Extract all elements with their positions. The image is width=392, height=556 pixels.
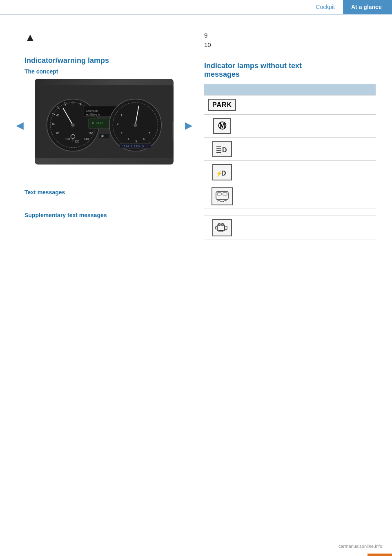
svg-text:5: 5 [135, 140, 137, 143]
svg-text:ABS  PARK: ABS PARK [86, 110, 98, 112]
svg-text:3: 3 [121, 132, 122, 135]
spark-d-desc-cell [240, 160, 376, 184]
table-row: PARK [204, 95, 376, 114]
table-row [204, 216, 376, 240]
concept-subheading: The concept [24, 68, 184, 75]
warning-icon: ▲ [24, 31, 184, 44]
svg-text:4: 4 [128, 138, 129, 140]
park-icon: PARK [208, 99, 236, 111]
supplementary-subheading: Supplementary text messages [24, 212, 184, 218]
cluster-image: 40 60 80 100 120 140 160 0 km/h ABS PARK… [35, 79, 174, 165]
table-row: Ⓜ [204, 114, 376, 137]
svg-text:1: 1 [121, 114, 122, 117]
text-messages-section: Text messages [24, 189, 184, 196]
car-seat-desc-cell [240, 184, 376, 209]
svg-text:100: 100 [65, 138, 70, 140]
svg-point-11 [71, 123, 75, 127]
svg-point-27 [134, 123, 137, 127]
svg-text:MA30350-13-3.5: MA30350-13-3.5 [172, 122, 174, 140]
divider-row [204, 209, 376, 216]
circled-p-desc-cell [240, 114, 376, 137]
cluster-left-arrow[interactable]: ◀ [16, 120, 23, 131]
svg-text:120: 120 [75, 140, 80, 143]
engine-icon [212, 219, 232, 236]
right-column: 9 10 Indicator lamps without text messag… [196, 31, 392, 240]
circled-p-icon-cell: Ⓜ [204, 114, 240, 137]
cluster-right-arrow[interactable]: ▶ [185, 120, 192, 131]
table-header-row [204, 84, 376, 95]
left-column: ▲ Indicator/warning lamps The concept ◀ [0, 31, 196, 240]
car-seat-icon-cell [204, 184, 240, 209]
spark-d-icon-cell: ⚡ D [204, 160, 240, 184]
text-messages-subheading: Text messages [24, 189, 184, 196]
page-header: Cockpit At a glance [0, 0, 392, 15]
spark-d-icon: ⚡ D [212, 164, 232, 180]
engine-icon-cell [204, 216, 240, 240]
numbers-section: 9 10 [204, 31, 376, 49]
park-icon-cell: PARK [204, 95, 240, 114]
table-row: ⚡ D [204, 160, 376, 184]
header-at-a-glance-tab[interactable]: At a glance [343, 0, 392, 14]
park-desc-cell [240, 95, 376, 114]
header-cockpit-tab[interactable]: Cockpit [307, 0, 343, 14]
svg-rect-54 [222, 224, 223, 225]
car-seat-icon [212, 187, 233, 205]
footer-website: carmanualsonline.info [339, 544, 382, 549]
main-content: ▲ Indicator/warning lamps The concept ◀ [0, 15, 392, 240]
cluster-wrapper: ◀ [24, 79, 184, 173]
svg-text:80: 80 [56, 132, 60, 135]
indicator-lamps-heading: Indicator lamps without text messages [204, 62, 376, 79]
table-row [204, 184, 376, 209]
table-row: D [204, 137, 376, 160]
supplementary-section: Supplementary text messages [24, 212, 184, 218]
svg-text:40: 40 [56, 114, 60, 117]
svg-text:2: 2 [117, 123, 118, 126]
svg-rect-52 [217, 225, 225, 231]
engine-desc-cell [240, 216, 376, 240]
svg-text:160: 160 [89, 132, 94, 135]
svg-text:1234 5  1234.5: 1234 5 1234.5 [122, 145, 144, 148]
lines-d-desc-cell [240, 137, 376, 160]
lines-d-icon-cell: D [204, 137, 240, 160]
at-a-glance-label: At a glance [351, 4, 382, 10]
number-10: 10 [204, 40, 376, 50]
svg-rect-56 [216, 227, 217, 229]
number-9: 9 [204, 31, 376, 40]
svg-text:D: D [221, 170, 226, 177]
table-header-cell [204, 84, 376, 95]
svg-rect-39 [99, 134, 109, 139]
circled-p-icon: Ⓜ [213, 118, 231, 134]
svg-text:140: 140 [84, 138, 89, 140]
cockpit-label: Cockpit [316, 4, 335, 10]
svg-text:6: 6 [143, 138, 145, 140]
svg-rect-53 [218, 224, 220, 225]
svg-rect-57 [219, 231, 223, 232]
lines-d-icon: D [212, 141, 232, 157]
indicator-warning-lamps-heading: Indicator/warning lamps [24, 56, 184, 65]
svg-text:60: 60 [52, 123, 56, 126]
svg-text:7: 7 [149, 132, 150, 135]
svg-rect-55 [225, 226, 227, 229]
bottom-accent-bar [368, 554, 392, 556]
svg-text:P: P [101, 134, 104, 138]
svg-text:HD   ⬛D  ψ  ⚙: HD ⬛D ψ ⚙ [86, 113, 100, 116]
svg-text:D: D [222, 147, 227, 153]
svg-text:0 km/h: 0 km/h [92, 121, 103, 125]
indicator-lamps-table: PARK Ⓜ [204, 84, 376, 240]
svg-rect-51 [223, 193, 227, 195]
svg-rect-50 [217, 193, 221, 195]
